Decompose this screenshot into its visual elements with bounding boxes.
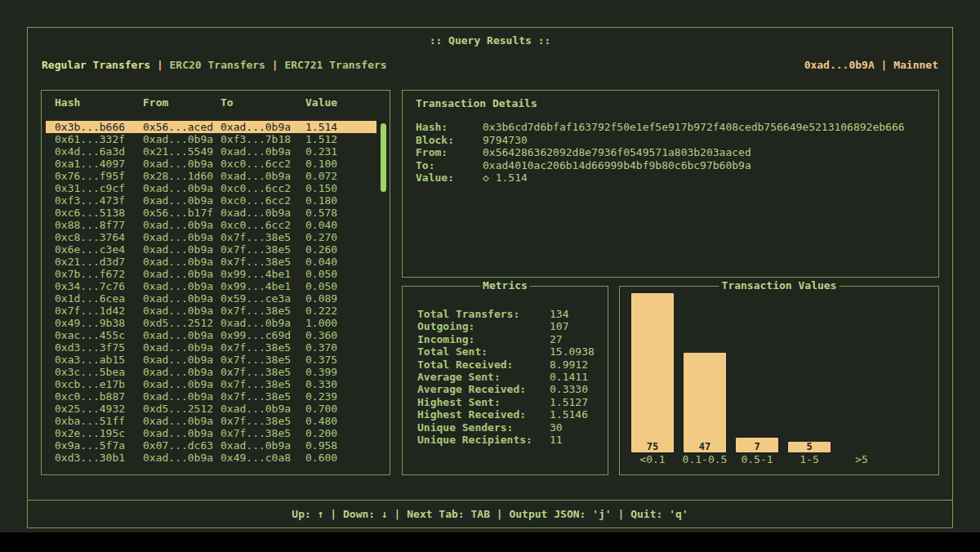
cell-value: 0.260 <box>305 243 376 256</box>
network-label: Mainnet <box>893 59 938 71</box>
metric-value: 11 <box>550 434 563 446</box>
cell-hash: 0x3b...b666 <box>55 121 143 133</box>
tab-erc20-transfers[interactable]: ERC20 Transfers <box>170 59 265 71</box>
metric-label: Average Received: <box>417 383 550 395</box>
metric-label: Total Received: <box>417 358 550 371</box>
transfers-rows: 0x3b...b6660x56...aced0xad...0b9a1.5140x… <box>42 121 390 464</box>
metric-row: Highest Sent:1.5127 <box>417 396 608 408</box>
cell-hash: 0x9a...5f7a <box>55 439 143 452</box>
detail-label: Hash: <box>416 121 483 134</box>
histogram-slot: 470.1-0.5 <box>679 293 731 466</box>
table-row[interactable]: 0x4d...6a3d0x21...55490xad...0b9a0.231 <box>46 145 376 158</box>
table-row[interactable]: 0xba...51ff0xad...0b9a0x7f...38e50.480 <box>46 415 376 427</box>
cell-value: 1.514 <box>305 121 376 133</box>
cell-hash: 0x3c...5bea <box>55 366 143 378</box>
column-header-from: From <box>143 96 220 109</box>
cell-from: 0x07...dc63 <box>143 439 220 452</box>
table-row[interactable]: 0xd3...3f750xad...0b9a0x7f...38e50.370 <box>46 341 376 354</box>
cell-hash: 0x88...8f77 <box>55 219 143 231</box>
cell-hash: 0x7f...1d42 <box>55 305 143 317</box>
cell-hash: 0x6e...c3e4 <box>55 243 143 256</box>
table-row[interactable]: 0xcb...e17b0xad...0b9a0x7f...38e50.330 <box>46 378 376 390</box>
histogram-bar: 75 <box>631 293 674 452</box>
table-row[interactable]: 0x2e...195c0xad...0b9a0x7f...38e50.200 <box>46 427 376 439</box>
metric-row: Total Sent:15.0938 <box>417 345 608 358</box>
metric-label: Unique Senders: <box>417 421 550 434</box>
table-row[interactable]: 0xc0...b8870xad...0b9a0x7f...38e50.239 <box>46 390 376 403</box>
cell-from: 0x56...aced <box>143 121 220 133</box>
cell-from: 0xad...0b9a <box>143 219 220 231</box>
cell-to: 0x7f...38e5 <box>220 305 305 317</box>
cell-from: 0x21...5549 <box>143 145 220 158</box>
table-row[interactable]: 0xa3...ab150xad...0b9a0x7f...38e50.375 <box>46 354 376 366</box>
table-row[interactable]: 0x7b...f6720xad...0b9a0x99...4be10.050 <box>46 268 376 280</box>
table-row[interactable]: 0x3c...5bea0xad...0b9a0x7f...38e50.399 <box>46 366 376 378</box>
cell-hash: 0xba...51ff <box>55 415 143 427</box>
cell-from: 0xad...0b9a <box>143 268 220 280</box>
cell-hash: 0xd3...30b1 <box>55 452 143 464</box>
bucket-label: <0.1 <box>639 453 665 466</box>
table-row[interactable]: 0xf3...473f0xad...0b9a0xc0...6cc20.180 <box>46 194 376 207</box>
cell-from: 0xad...0b9a <box>143 305 220 317</box>
metric-value: 8.9912 <box>550 358 588 371</box>
table-row[interactable]: 0x76...f95f0x28...1d600xad...0b9a0.072 <box>46 170 376 182</box>
histogram-bar: 47 <box>684 353 726 452</box>
metrics-title: Metrics <box>480 279 530 292</box>
cell-from: 0xad...0b9a <box>143 194 220 207</box>
scrollbar-thumb[interactable] <box>381 123 386 192</box>
bucket-label: 0.1-0.5 <box>683 453 728 466</box>
cell-from: 0xd5...2512 <box>143 317 220 329</box>
metric-label: Average Sent: <box>417 371 550 383</box>
table-row[interactable]: 0xd3...30b10xad...0b9a0x49...c0a80.600 <box>46 452 376 464</box>
cell-hash: 0x49...9b38 <box>55 317 143 329</box>
account-area: 0xad...0b9A | Mainnet <box>804 59 938 71</box>
terminal-window: :: Query Results :: Regular Transfers | … <box>0 0 980 532</box>
table-row[interactable]: 0x61...332f0xad...0b9a0xf3...7b181.512 <box>46 133 376 145</box>
cell-from: 0xad...0b9a <box>143 452 220 464</box>
table-row[interactable]: 0x3b...b6660x56...aced0xad...0b9a1.514 <box>46 121 376 133</box>
table-row[interactable]: 0xa1...40970xad...0b9a0xc0...6cc20.100 <box>46 158 376 170</box>
metric-row: Average Sent:0.1411 <box>417 371 608 383</box>
cell-to: 0x7f...38e5 <box>220 231 305 243</box>
metric-label: Unique Recipients: <box>417 434 550 446</box>
cell-value: 0.089 <box>305 292 376 305</box>
app-frame: :: Query Results :: Regular Transfers | … <box>27 27 953 528</box>
tab-erc721-transfers[interactable]: ERC721 Transfers <box>284 59 386 71</box>
cell-from: 0xad...0b9a <box>143 292 220 305</box>
table-row[interactable]: 0xc8...37640xad...0b9a0x7f...38e50.270 <box>46 231 376 243</box>
table-row[interactable]: 0x34...7c760xad...0b9a0x99...4be10.050 <box>46 280 376 292</box>
cell-to: 0x99...4be1 <box>220 280 305 292</box>
cell-from: 0xad...0b9a <box>143 341 220 354</box>
table-row[interactable]: 0x1d...6cea0xad...0b9a0x59...ce3a0.089 <box>46 292 376 305</box>
metric-row: Total Received:8.9912 <box>417 358 608 371</box>
table-row[interactable]: 0x7f...1d420xad...0b9a0x7f...38e50.222 <box>46 305 376 317</box>
cell-to: 0x7f...38e5 <box>220 256 305 268</box>
table-row[interactable]: 0x88...8f770xad...0b9a0xc0...6cc20.040 <box>46 219 376 231</box>
table-row[interactable]: 0xc6...51380x56...b17f0xad...0b9a0.578 <box>46 207 376 219</box>
bar-count-label: 5 <box>806 441 812 452</box>
table-row[interactable]: 0x6e...c3e40xad...0b9a0x7f...38e50.260 <box>46 243 376 256</box>
metrics-rows: Total Transfers:134Outgoing:107Incoming:… <box>403 308 608 446</box>
chart-title: Transaction Values <box>719 279 840 292</box>
table-row[interactable]: 0x31...c9cf0xad...0b9a0xc0...6cc20.150 <box>46 182 376 194</box>
table-row[interactable]: 0x25...49320xd5...25120xad...0b9a0.700 <box>46 403 376 415</box>
metric-label: Outgoing: <box>417 320 550 332</box>
table-row[interactable]: 0x9a...5f7a0x07...dc630xad...0b9a0.958 <box>46 439 376 452</box>
table-row[interactable]: 0x21...d3d70xad...0b9a0x7f...38e50.040 <box>46 256 376 268</box>
metric-row: Total Transfers:134 <box>417 308 608 320</box>
cell-hash: 0x25...4932 <box>55 403 143 415</box>
table-row[interactable]: 0x49...9b380xd5...25120xad...0b9a1.000 <box>46 317 376 329</box>
cell-value: 0.239 <box>305 390 376 403</box>
cell-to: 0x7f...38e5 <box>220 415 305 427</box>
detail-label: Block: <box>416 134 483 147</box>
transaction-details-title: Transaction Details <box>416 97 938 109</box>
cell-from: 0xad...0b9a <box>143 133 220 145</box>
column-header-to: To <box>220 96 305 109</box>
tab-regular-transfers[interactable]: Regular Transfers <box>42 59 150 71</box>
cell-value: 0.040 <box>305 256 376 268</box>
table-header: Hash From To Value <box>46 96 376 109</box>
histogram: 75<0.1470.1-0.570.5-151-5>5 <box>626 293 888 466</box>
metric-label: Highest Sent: <box>417 396 550 408</box>
table-row[interactable]: 0xac...455c0xad...0b9a0x99...c69d0.360 <box>46 329 376 341</box>
cell-value: 0.375 <box>305 354 376 366</box>
